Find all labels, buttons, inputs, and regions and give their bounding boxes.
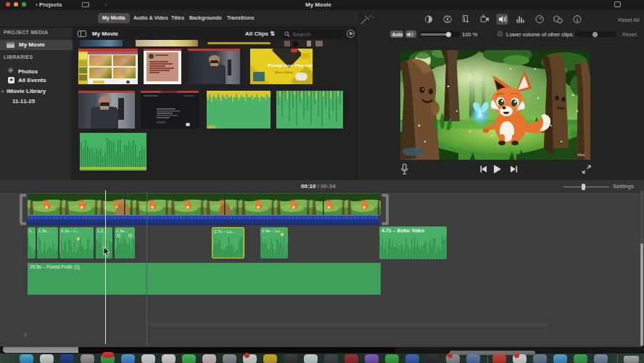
svg-text:Reset All: Reset All [618,17,640,23]
svg-text:Veo: Veo [577,152,585,157]
